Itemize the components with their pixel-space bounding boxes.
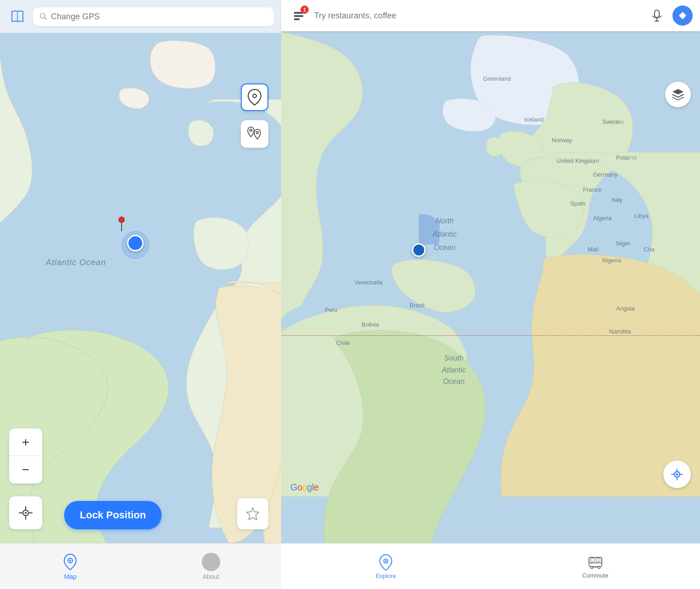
lock-position-button[interactable]: Lock Position (64, 501, 161, 529)
svg-rect-16 (294, 18, 300, 20)
location-pin-left (118, 217, 125, 231)
current-location-button[interactable] (663, 461, 691, 488)
favorites-button[interactable] (237, 498, 268, 529)
map-left: Atlantic Ocean + − (0, 33, 281, 543)
left-panel: Atlantic Ocean + − (0, 0, 281, 589)
svg-point-4 (250, 129, 252, 132)
notification-badge: 1 (300, 6, 309, 14)
search-bar-right[interactable] (314, 11, 641, 21)
nav-item-map[interactable]: Map (0, 548, 141, 585)
zoom-in-button[interactable]: + (9, 428, 42, 456)
google-logo: G o o g l e (290, 482, 319, 493)
nav-commute-label: Commute (583, 572, 608, 579)
map-right: Greenland Iceland Norway United Kingdom … (281, 31, 700, 543)
zoom-controls: + − (9, 428, 42, 483)
google-o1: o (297, 482, 302, 493)
double-pin-button[interactable] (241, 120, 268, 148)
nav-map-label: Map (64, 573, 77, 580)
google-e: e (314, 482, 319, 493)
svg-rect-31 (591, 558, 594, 561)
svg-rect-32 (596, 558, 600, 561)
equator-line (281, 335, 700, 336)
mic-button[interactable] (647, 6, 667, 26)
left-header (0, 0, 281, 33)
google-o2: o (302, 482, 307, 493)
nav-explore-label: Explore (376, 572, 396, 579)
gps-dot-right (412, 243, 426, 257)
svg-point-21 (676, 473, 678, 476)
svg-point-5 (256, 132, 259, 134)
svg-rect-17 (655, 10, 659, 17)
google-g: G (290, 482, 297, 493)
svg-rect-15 (294, 15, 303, 17)
about-avatar (202, 553, 220, 571)
gps-button[interactable] (9, 496, 42, 529)
svg-line-2 (44, 17, 46, 19)
svg-point-34 (598, 567, 600, 569)
nav-about-label: About (202, 573, 219, 580)
google-g2: g (307, 482, 312, 493)
nav-item-about[interactable]: About (141, 548, 282, 585)
svg-point-3 (253, 94, 256, 98)
navigation-button[interactable] (672, 6, 693, 26)
bottom-nav-left: Map About (0, 543, 281, 589)
nav-item-explore[interactable]: Explore (281, 549, 491, 584)
right-header: 1 (281, 0, 700, 31)
right-panel: 1 (281, 0, 700, 589)
zoom-out-button[interactable]: − (9, 456, 42, 483)
search-input-right[interactable] (314, 11, 641, 21)
search-input-left[interactable] (51, 12, 267, 22)
book-icon[interactable] (7, 6, 28, 27)
gps-dot-left (127, 235, 144, 251)
svg-point-7 (25, 512, 27, 514)
single-pin-button[interactable] (241, 83, 268, 111)
svg-point-27 (385, 560, 387, 562)
nav-item-commute[interactable]: Commute (491, 549, 700, 583)
search-bar-left[interactable] (33, 7, 274, 26)
svg-point-13 (69, 560, 71, 561)
svg-point-33 (590, 567, 593, 569)
bottom-nav-right: Explore Commute (281, 543, 700, 589)
notification-icon[interactable]: 1 (289, 6, 309, 26)
pin-stick (121, 222, 122, 231)
layer-button[interactable] (665, 82, 691, 107)
